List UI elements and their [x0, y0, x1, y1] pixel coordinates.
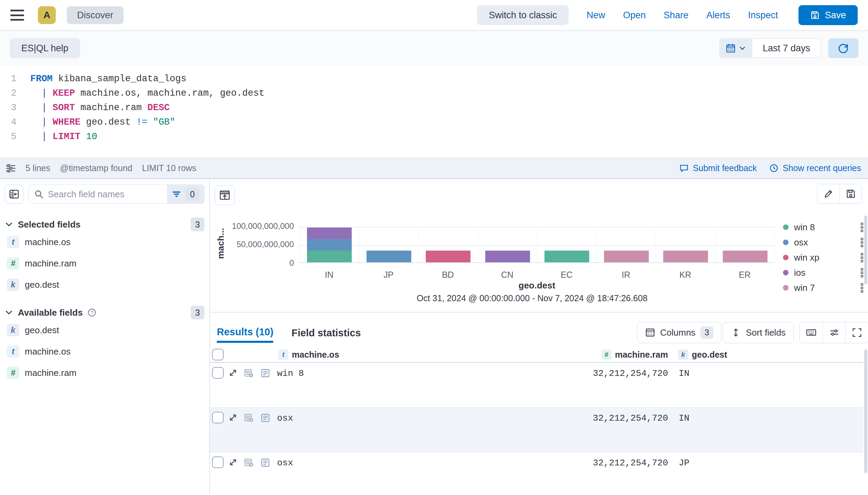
cell-geo-dest: IN — [679, 368, 689, 379]
field-item-machine-os[interactable]: t machine.os — [5, 231, 204, 253]
table-row[interactable]: osx 32,212,254,720 JP — [210, 452, 863, 495]
new-button[interactable]: New — [586, 10, 605, 21]
esql-editor[interactable]: 1 FROM kibana_sample_data_logs 2 | KEEP … — [0, 65, 868, 158]
fullscreen-button[interactable] — [845, 322, 868, 343]
refresh-button[interactable] — [828, 38, 858, 58]
legend-more-icon[interactable] — [860, 222, 864, 233]
columns-button[interactable]: Columns 3 — [637, 322, 721, 343]
view-document-icon[interactable] — [261, 458, 270, 467]
collapse-sidebar-button[interactable] — [5, 185, 23, 204]
expand-row-icon[interactable] — [228, 412, 238, 423]
view-document-icon[interactable] — [261, 368, 270, 378]
editor-line[interactable]: 2 | KEEP machine.os, machine.ram, geo.de… — [0, 86, 868, 101]
calendar-dropdown-button[interactable] — [719, 38, 752, 58]
bar-JP[interactable] — [367, 251, 411, 262]
tab-field-statistics[interactable]: Field statistics — [292, 323, 361, 343]
editor-line[interactable]: 1 FROM kibana_sample_data_logs — [0, 72, 868, 86]
help-icon[interactable]: ? — [87, 308, 96, 317]
column-header-machine-ram[interactable]: # machine.ram — [601, 349, 668, 360]
bar-EC[interactable] — [544, 251, 589, 262]
selected-fields-header[interactable]: Selected fields 3 — [5, 218, 204, 231]
legend-item-osx[interactable]: osx — [783, 235, 864, 250]
bar-IR[interactable] — [604, 251, 649, 262]
bar-segment[interactable] — [307, 239, 352, 251]
filter-count-badge: 0 — [186, 187, 199, 201]
esql-help-button[interactable]: ES|QL help — [10, 38, 80, 58]
legend-more-icon[interactable] — [860, 267, 864, 278]
editor-line[interactable]: 4 | WHERE geo.dest != "GB" — [0, 115, 868, 129]
table-row[interactable]: osx 32,212,254,720 IN — [210, 408, 863, 452]
bar-BD[interactable] — [426, 251, 470, 262]
legend-item-win8[interactable]: win 8 — [783, 220, 864, 235]
bar-segment[interactable] — [604, 251, 649, 262]
scrollbar[interactable] — [864, 215, 867, 284]
field-item-machine-ram[interactable]: # machine.ram — [5, 253, 204, 274]
open-button[interactable]: Open — [623, 10, 646, 21]
field-item-geo-dest[interactable]: k geo.dest — [5, 319, 204, 341]
column-header-geo-dest[interactable]: k geo.dest — [678, 349, 727, 360]
time-range-label[interactable]: Last 7 days — [752, 38, 821, 58]
legend-more-icon[interactable] — [860, 283, 864, 293]
share-button[interactable]: Share — [664, 10, 688, 21]
bar-segment[interactable] — [544, 251, 589, 262]
save-visualization-button[interactable] — [839, 184, 861, 203]
select-all-checkbox[interactable] — [212, 349, 224, 360]
expand-row-icon[interactable] — [228, 457, 238, 467]
keyboard-shortcuts-button[interactable] — [800, 322, 823, 343]
search-field-names-input[interactable] — [48, 189, 167, 200]
bar-KR[interactable] — [663, 251, 708, 262]
degraded-doc-icon — [244, 458, 254, 467]
bar-segment[interactable] — [307, 251, 352, 262]
bar-IN[interactable] — [307, 228, 352, 262]
save-icon — [810, 10, 820, 20]
tab-results[interactable]: Results (10) — [217, 323, 273, 343]
fullscreen-icon — [852, 327, 862, 338]
legend-item-ios[interactable]: ios — [783, 265, 864, 280]
bar-ER[interactable] — [723, 251, 768, 262]
inspect-button[interactable]: Inspect — [748, 10, 778, 21]
field-item-machine-os[interactable]: t machine.os — [5, 341, 204, 362]
bar-segment[interactable] — [485, 251, 530, 262]
field-item-machine-ram[interactable]: # machine.ram — [5, 362, 204, 383]
scrollbar[interactable] — [864, 349, 867, 473]
bar-segment[interactable] — [663, 251, 708, 262]
display-options-button[interactable] — [823, 322, 845, 343]
bar-segment[interactable] — [367, 251, 411, 262]
sort-fields-button[interactable]: Sort fields — [723, 322, 794, 343]
editor-line[interactable]: 3 | SORT machine.ram DESC — [0, 101, 868, 115]
submit-feedback-link[interactable]: Submit feedback — [679, 163, 757, 173]
expand-row-icon[interactable] — [228, 368, 238, 378]
bar-segment[interactable] — [307, 228, 352, 239]
row-checkbox[interactable] — [212, 456, 224, 468]
switch-to-classic-button[interactable]: Switch to classic — [477, 5, 569, 25]
field-item-geo-dest[interactable]: k geo.dest — [5, 274, 204, 295]
grid-display-controls — [800, 322, 868, 343]
bar-segment[interactable] — [426, 251, 470, 262]
editor-settings-icon[interactable] — [6, 163, 16, 173]
editor-line[interactable]: 5 | LIMIT 10 — [0, 129, 868, 144]
row-checkbox[interactable] — [212, 367, 224, 379]
column-header-machine-os[interactable]: t machine.os — [278, 349, 339, 360]
menu-icon[interactable] — [10, 10, 24, 21]
legend-more-icon[interactable] — [860, 237, 864, 248]
chart-slot — [537, 228, 596, 262]
alerts-button[interactable]: Alerts — [706, 10, 730, 21]
table-row[interactable]: win 8 32,212,254,720 IN — [210, 363, 863, 408]
legend-more-icon[interactable] — [860, 252, 864, 263]
save-button[interactable]: Save — [798, 5, 858, 25]
bar-CN[interactable] — [485, 251, 530, 262]
add-to-dashboard-button[interactable] — [215, 185, 235, 205]
bar-segment[interactable] — [723, 251, 768, 262]
filter-icon — [172, 189, 181, 199]
top-navigation-bar: A Discover Switch to classic New Open Sh… — [0, 0, 868, 31]
view-document-icon[interactable] — [261, 413, 270, 423]
bar-chart-plot[interactable] — [299, 227, 774, 263]
show-recent-queries-link[interactable]: Show recent queries — [769, 163, 861, 173]
edit-visualization-button[interactable] — [817, 184, 839, 203]
legend-item-winxp[interactable]: win xp — [783, 250, 864, 265]
space-avatar[interactable]: A — [38, 6, 56, 24]
field-filter-button[interactable]: 0 — [167, 185, 204, 203]
row-checkbox[interactable] — [212, 412, 224, 423]
available-fields-header[interactable]: Available fields ? 3 — [5, 306, 204, 319]
breadcrumb[interactable]: Discover — [67, 6, 124, 24]
